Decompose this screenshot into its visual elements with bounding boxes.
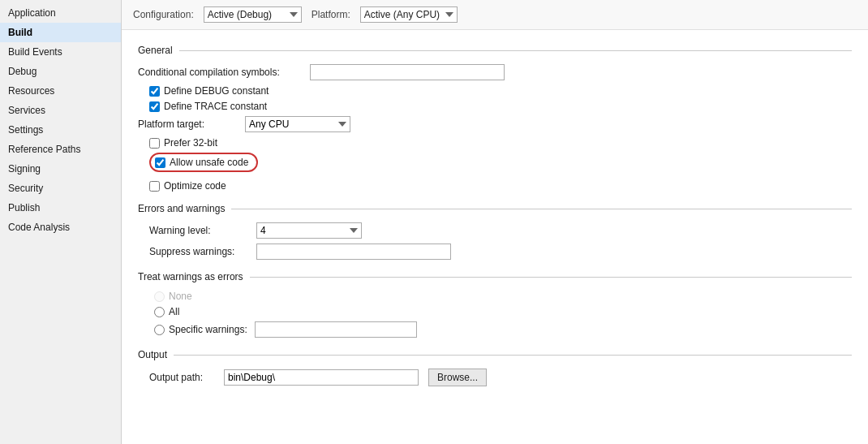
optimize-code-row: Optimize code — [138, 180, 852, 192]
output-path-row: Output path: Browse... — [138, 369, 852, 386]
define-trace-label: Define TRACE constant — [164, 101, 267, 112]
output-path-label: Output path: — [149, 372, 214, 383]
sidebar-item-build[interactable]: Build — [0, 23, 121, 42]
allow-unsafe-label: Allow unsafe code — [170, 157, 248, 168]
allow-unsafe-highlight: Allow unsafe code — [149, 153, 258, 172]
sidebar-item-resources[interactable]: Resources — [0, 81, 121, 101]
sidebar-item-application[interactable]: Application — [0, 3, 121, 23]
sidebar-item-signing[interactable]: Signing — [0, 159, 121, 179]
conditional-compilation-label: Conditional compilation symbols: — [138, 67, 300, 78]
treat-specific-radio[interactable] — [154, 325, 165, 335]
configuration-label: Configuration: — [133, 9, 194, 20]
treat-none-label: None — [169, 291, 192, 302]
treat-warnings-section-header: Treat warnings as errors — [138, 271, 852, 282]
configuration-select[interactable]: Active (Debug) Debug Release All Configu… — [204, 6, 302, 23]
sidebar-item-reference-paths[interactable]: Reference Paths — [0, 140, 121, 159]
sidebar-item-build-events[interactable]: Build Events — [0, 42, 121, 62]
define-trace-row: Define TRACE constant — [138, 101, 852, 112]
content-area: General Conditional compilation symbols:… — [122, 30, 868, 444]
main-panel: Configuration: Active (Debug) Debug Rele… — [122, 0, 868, 444]
define-debug-checkbox[interactable] — [149, 86, 160, 97]
prefer-32bit-label: Prefer 32-bit — [164, 137, 217, 149]
general-divider — [179, 50, 852, 51]
platform-target-label: Platform target: — [138, 119, 235, 130]
treat-none-radio[interactable] — [154, 291, 165, 302]
sidebar-item-debug[interactable]: Debug — [0, 62, 121, 81]
sidebar-item-settings[interactable]: Settings — [0, 120, 121, 140]
allow-unsafe-wrapper: Allow unsafe code — [138, 153, 852, 176]
treat-all-label: All — [169, 306, 179, 317]
sidebar-item-services[interactable]: Services — [0, 101, 121, 120]
output-section-header: Output — [138, 349, 852, 360]
warning-level-select[interactable]: 4 0 1 2 3 — [256, 222, 362, 239]
allow-unsafe-checkbox[interactable] — [155, 157, 165, 168]
output-divider — [174, 355, 852, 356]
errors-divider — [231, 209, 852, 209]
treat-specific-row: Specific warnings: — [138, 321, 852, 338]
sidebar-item-publish[interactable]: Publish — [0, 198, 121, 218]
general-title: General — [138, 45, 173, 56]
errors-title: Errors and warnings — [138, 203, 225, 214]
suppress-warnings-label: Suppress warnings: — [149, 246, 247, 257]
define-debug-label: Define DEBUG constant — [164, 85, 269, 97]
conditional-compilation-input[interactable] — [310, 64, 505, 80]
warning-level-label: Warning level: — [149, 225, 247, 236]
prefer-32bit-checkbox[interactable] — [149, 138, 160, 149]
treat-all-row: All — [138, 306, 852, 317]
sidebar-item-security[interactable]: Security — [0, 179, 121, 198]
treat-specific-input[interactable] — [255, 321, 417, 338]
sidebar-item-code-analysis[interactable]: Code Analysis — [0, 218, 121, 237]
platform-target-select[interactable]: Any CPU x86 x64 — [245, 116, 350, 132]
suppress-warnings-input[interactable] — [256, 244, 451, 260]
treat-warnings-divider — [250, 277, 852, 278]
top-bar: Configuration: Active (Debug) Debug Rele… — [122, 0, 868, 30]
optimize-code-label: Optimize code — [164, 180, 226, 192]
treat-warnings-title: Treat warnings as errors — [138, 271, 243, 282]
define-trace-checkbox[interactable] — [149, 101, 160, 112]
general-section-header: General — [138, 45, 852, 56]
treat-specific-label: Specific warnings: — [169, 324, 247, 335]
conditional-compilation-row: Conditional compilation symbols: — [138, 64, 852, 80]
warning-level-row: Warning level: 4 0 1 2 3 — [138, 222, 852, 239]
platform-label: Platform: — [312, 9, 350, 20]
treat-all-radio[interactable] — [154, 307, 165, 317]
sidebar: Application Build Build Events Debug Res… — [0, 0, 122, 444]
optimize-code-checkbox[interactable] — [149, 181, 160, 192]
define-debug-row: Define DEBUG constant — [138, 85, 852, 97]
output-path-input[interactable] — [224, 369, 419, 386]
output-title: Output — [138, 349, 167, 360]
prefer-32bit-row: Prefer 32-bit — [138, 137, 852, 149]
suppress-warnings-row: Suppress warnings: — [138, 244, 852, 260]
treat-none-row: None — [138, 291, 852, 302]
browse-button[interactable]: Browse... — [428, 369, 487, 386]
errors-section-header: Errors and warnings — [138, 203, 852, 214]
platform-select[interactable]: Active (Any CPU) Any CPU x86 x64 — [360, 6, 458, 23]
platform-target-row: Platform target: Any CPU x86 x64 — [138, 116, 852, 132]
